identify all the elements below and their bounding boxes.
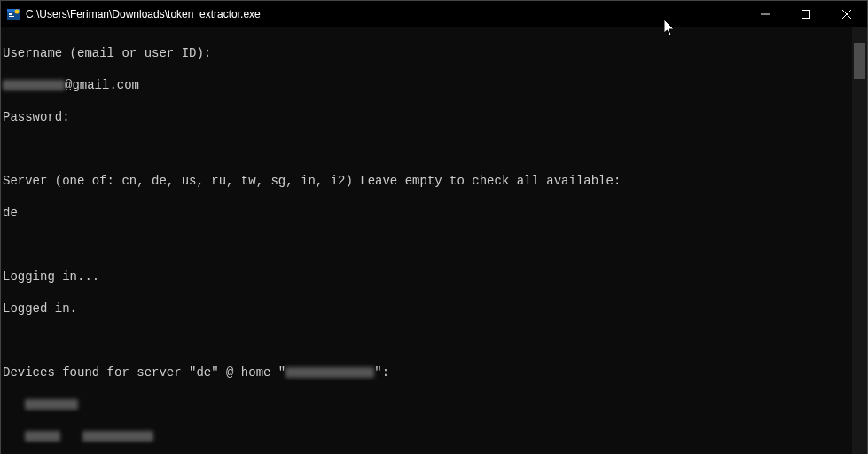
prompt-username: Username (email or user ID): [3, 45, 852, 61]
svg-rect-2 [9, 13, 12, 15]
svg-rect-6 [802, 11, 810, 19]
titlebar[interactable]: C:\Users\Feriman\Downloads\token_extract… [1, 1, 867, 27]
server-value: de [3, 205, 852, 221]
client-area: Username (email or user ID): @gmail.com … [1, 27, 867, 454]
svg-rect-3 [9, 16, 14, 17]
prompt-password: Password: [3, 109, 852, 125]
device1-name [3, 428, 852, 444]
terminal-output[interactable]: Username (email or user ID): @gmail.com … [1, 27, 852, 454]
app-icon [6, 7, 20, 21]
vertical-scrollbar[interactable] [852, 27, 867, 454]
close-icon [842, 10, 851, 19]
prompt-server: Server (one of: cn, de, us, ru, tw, sg, … [3, 173, 852, 189]
maximize-button[interactable] [786, 1, 826, 27]
svg-point-4 [15, 10, 20, 14]
logged-in: Logged in. [3, 301, 852, 317]
minimize-button[interactable] [745, 1, 786, 27]
separator-line [3, 396, 852, 412]
minimize-icon [761, 10, 770, 19]
maximize-icon [802, 10, 810, 19]
close-button[interactable] [826, 1, 867, 27]
blank-line [3, 333, 852, 348]
window-title: C:\Users\Feriman\Downloads\token_extract… [26, 8, 268, 20]
redacted-email-prefix [3, 80, 65, 90]
email-suffix: @gmail.com [65, 78, 139, 92]
scrollbar-thumb[interactable] [854, 43, 865, 79]
console-window: C:\Users\Feriman\Downloads\token_extract… [0, 0, 868, 454]
devices-header: Devices found for server "de" @ home "": [3, 364, 852, 380]
logging-in: Logging in... [3, 269, 852, 285]
redacted-home-name [285, 367, 374, 378]
blank-line [3, 237, 852, 253]
email-line: @gmail.com [3, 77, 852, 93]
blank-line [3, 141, 852, 157]
